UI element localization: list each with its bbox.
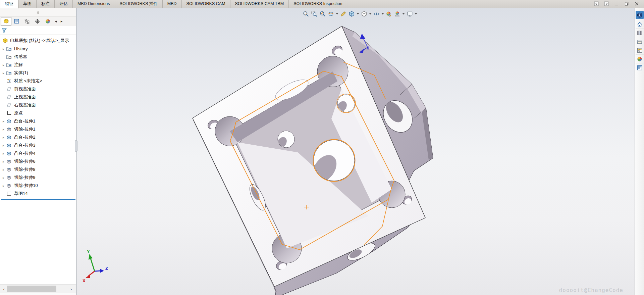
view-settings-button[interactable] (406, 10, 414, 18)
minimize-button[interactable] (614, 1, 619, 6)
tree-item-sketch14[interactable]: 草图14 (0, 190, 76, 198)
expand-arrow-icon[interactable]: ▸ (0, 184, 5, 188)
tab-solidworks-inspection[interactable]: SOLIDWORKS Inspection (289, 0, 347, 8)
section-view-dropdown-caret[interactable] (335, 10, 339, 18)
tab-mbd-dimensions[interactable]: MBD Dimensions (73, 0, 115, 8)
tree-item-cut-extrude6[interactable]: ▸切除-拉伸6 (0, 157, 76, 165)
taskpane-design-library-icon[interactable] (636, 29, 644, 37)
tree-item-annotations[interactable]: ▸注解 (0, 61, 76, 69)
dynamic-annotation-views-icon (340, 11, 346, 17)
apply-scene-button[interactable] (393, 10, 401, 18)
tree-item-label: 切除-拉伸8 (14, 166, 36, 173)
expand-arrow-icon[interactable]: ▸ (0, 176, 5, 180)
graphics-viewport[interactable]: X Y Z dooooit@ChangeCode (76, 8, 635, 295)
panel-tab-displaymanager[interactable] (43, 17, 53, 26)
tree-item-boss-extrude2[interactable]: ▸凸台-拉伸2 (0, 133, 76, 141)
view-orientation-button[interactable] (348, 10, 356, 18)
tab-solidworks-cam[interactable]: SOLIDWORKS CAM (182, 0, 230, 8)
tree-item-history[interactable]: ▸History (0, 45, 76, 53)
panel-tab-configurationmanager[interactable] (22, 17, 32, 26)
display-style-button[interactable] (360, 10, 368, 18)
taskpane-appearances-scenes-icon[interactable] (636, 55, 644, 63)
tab-solidworks-cam-tbm[interactable]: SOLIDWORKS CAM TBM (230, 0, 289, 8)
tab-features[interactable]: 特征 (0, 0, 18, 8)
tree-item-boss-extrude1[interactable]: ▸凸台-拉伸1 (0, 117, 76, 125)
tree-item-label: 右视基准面 (14, 102, 36, 108)
panel-bottom-strip (0, 293, 76, 295)
taskpane-view-palette-icon[interactable] (636, 46, 644, 55)
hide-show-items-dropdown-caret[interactable] (381, 10, 384, 18)
panel-tabs-scroll-left[interactable]: ◂ (53, 18, 59, 25)
tree-item-right-plane[interactable]: 右视基准面 (0, 101, 76, 109)
expand-arrow-icon[interactable]: ▸ (0, 160, 5, 163)
origin-icon (6, 110, 12, 116)
tab-solidworks-addins[interactable]: SOLIDWORKS 插件 (115, 0, 163, 8)
tab-sketch[interactable]: 草图 (18, 0, 37, 8)
tree-item-top-plane[interactable]: 上视基准面 (0, 93, 76, 101)
tree-item-cut-extrude9[interactable]: ▸切除-拉伸9 (0, 174, 76, 182)
taskpane-home-icon[interactable] (636, 20, 644, 29)
taskpane-file-explorer-icon[interactable] (636, 38, 644, 46)
scroll-right-icon[interactable]: › (67, 285, 75, 293)
section-view-button[interactable] (327, 10, 335, 18)
panel-tab-dimxpertmanager[interactable] (32, 17, 43, 26)
cut-icon (6, 127, 12, 132)
view-orientation-dropdown-caret[interactable] (356, 10, 360, 18)
dynamic-annotation-views-button[interactable] (339, 10, 347, 18)
expand-arrow-icon[interactable]: ▸ (0, 119, 5, 123)
rollback-bar[interactable] (1, 199, 75, 200)
tree-filter-row[interactable] (0, 26, 76, 35)
expand-arrow-icon[interactable]: ▸ (0, 63, 5, 67)
taskpane-custom-properties-icon[interactable] (636, 64, 644, 72)
tree-item-solid-bodies[interactable]: ▸实体(1) (0, 69, 76, 77)
scrollbar-thumb[interactable] (7, 286, 56, 292)
next-document-button[interactable] (604, 1, 609, 6)
edit-appearance-button[interactable] (385, 10, 393, 18)
zoom-to-area-button[interactable] (310, 10, 318, 18)
view-settings-dropdown-caret[interactable] (414, 10, 418, 18)
tree-item-cut-extrude1[interactable]: ▸切除-拉伸1 (0, 125, 76, 133)
zoom-to-fit-button[interactable] (302, 10, 310, 18)
panel-collapse-handle[interactable] (37, 11, 39, 14)
expand-arrow-icon[interactable]: ▸ (0, 136, 5, 139)
tree-item-origin[interactable]: 原点 (0, 109, 76, 117)
tree-item-sensors[interactable]: 传感器 (0, 53, 76, 61)
tab-markup[interactable]: 标注 (37, 0, 55, 8)
tree-item-front-plane[interactable]: 前视基准面 (0, 85, 76, 93)
panel-collapse-strip[interactable] (0, 8, 76, 17)
expand-arrow-icon[interactable]: ▸ (0, 71, 5, 75)
display-style-dropdown-caret[interactable] (369, 10, 372, 18)
restore-button[interactable] (624, 1, 629, 6)
zoom-to-area-icon (311, 11, 317, 17)
tree-root-part[interactable]: 电机底扣 (默认) <<默认>_显示 (0, 37, 76, 45)
expand-arrow-icon[interactable]: ▸ (0, 152, 5, 155)
panel-splitter[interactable] (75, 140, 77, 152)
expand-arrow-icon[interactable]: ▸ (0, 168, 5, 171)
tree-item-label: 凸台-拉伸4 (14, 150, 36, 156)
tree-item-cut-extrude8[interactable]: ▸切除-拉伸8 (0, 165, 76, 174)
tree-item-material[interactable]: 材质 <未指定> (0, 77, 76, 85)
expand-arrow-icon[interactable]: ▸ (0, 144, 5, 147)
previous-document-button[interactable] (594, 1, 599, 6)
tree-item-boss-extrude3[interactable]: ▸凸台-拉伸3 (0, 141, 76, 149)
tab-mbd[interactable]: MBD (163, 0, 182, 8)
boss-icon (6, 151, 12, 156)
tree-item-boss-extrude4[interactable]: ▸凸台-拉伸4 (0, 149, 76, 157)
close-button[interactable] (634, 1, 639, 6)
panel-horizontal-scrollbar[interactable]: ‹ › (0, 284, 76, 293)
previous-view-button[interactable] (319, 10, 326, 18)
tab-evaluate[interactable]: 评估 (55, 0, 73, 8)
panel-tab-featuremanager-tree[interactable] (1, 17, 11, 26)
taskpane-globe-icon[interactable] (636, 11, 644, 19)
previous-view-icon (319, 11, 326, 17)
plane-icon (6, 102, 12, 108)
part-model[interactable]: X Y Z (76, 8, 635, 295)
panel-tabs-scroll-right[interactable]: ▸ (59, 18, 64, 25)
expand-arrow-icon[interactable]: ▸ (0, 47, 5, 51)
hide-show-items-button[interactable] (373, 10, 380, 18)
apply-scene-dropdown-caret[interactable] (402, 10, 405, 18)
tree-item-cut-extrude10[interactable]: ▸切除-拉伸10 (0, 182, 76, 190)
expand-arrow-icon[interactable]: ▸ (0, 128, 5, 131)
panel-tab-propertymanager[interactable] (11, 17, 22, 26)
svg-text:Y: Y (87, 249, 90, 254)
